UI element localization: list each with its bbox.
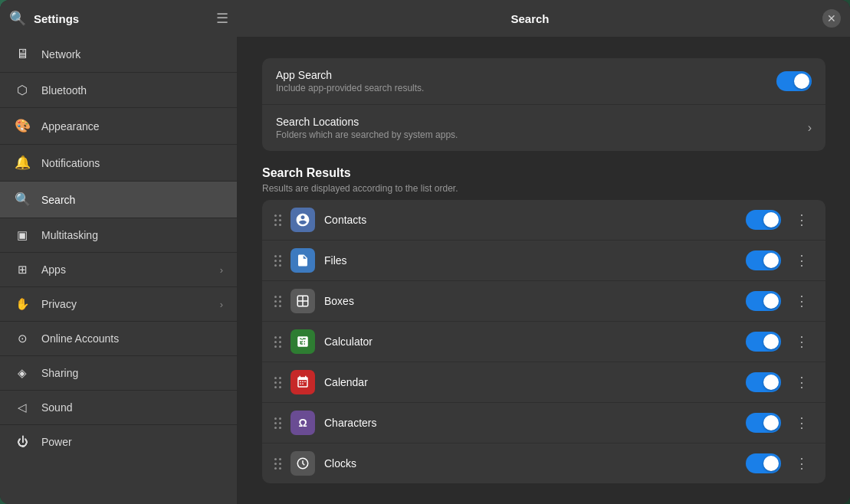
drag-handle-calendar[interactable]	[274, 377, 281, 388]
sidebar-item-bluetooth[interactable]: ⬡ Bluetooth	[0, 73, 237, 107]
clocks-label: Clocks	[324, 457, 737, 470]
bluetooth-icon: ⬡	[14, 83, 31, 97]
chevron-right-icon: ›	[220, 264, 223, 276]
chevron-right-icon: ›	[220, 299, 223, 310]
characters-toggle[interactable]	[746, 413, 781, 433]
sidebar-label-sound: Sound	[41, 401, 223, 414]
sidebar-label-power: Power	[41, 436, 223, 448]
contacts-label: Contacts	[324, 214, 737, 226]
apps-icon: ⊞	[14, 263, 31, 277]
sidebar-label-bluetooth: Bluetooth	[41, 84, 223, 97]
result-list: Contacts ⋮ Files ⋮	[262, 200, 825, 483]
appearance-icon: 🎨	[14, 118, 31, 134]
search-locations-label: Search Locations	[276, 116, 799, 128]
files-toggle[interactable]	[746, 250, 781, 270]
search-locations-row[interactable]: Search Locations Folders which are searc…	[262, 105, 825, 151]
drag-handle-files[interactable]	[274, 255, 281, 267]
sidebar-item-power[interactable]: ⏻ Power	[0, 425, 237, 458]
app-search-row: App Search Include app-provided search r…	[262, 58, 825, 105]
table-row: Calendar ⋮	[262, 362, 825, 403]
sidebar-item-sharing[interactable]: ◈ Sharing	[0, 356, 237, 390]
drag-handle-boxes[interactable]	[274, 296, 281, 307]
titlebar: 🔍 Settings ☰ Search ✕	[0, 0, 850, 37]
calculator-app-icon	[290, 329, 315, 354]
contacts-more-button[interactable]: ⋮	[790, 208, 813, 231]
contacts-app-icon	[290, 208, 315, 232]
sidebar-label-multitasking: Multitasking	[41, 229, 223, 241]
clocks-toggle[interactable]	[746, 453, 781, 473]
calendar-app-icon	[290, 370, 315, 394]
search-locations-text: Search Locations Folders which are searc…	[276, 116, 799, 140]
app-search-label: App Search	[276, 69, 767, 81]
calendar-more-button[interactable]: ⋮	[790, 371, 813, 394]
titlebar-left: 🔍 Settings ☰	[0, 10, 238, 27]
table-row: Contacts ⋮	[262, 200, 825, 241]
sharing-icon: ◈	[14, 366, 31, 380]
boxes-app-icon	[290, 289, 315, 313]
clocks-app-icon	[290, 451, 315, 476]
close-button[interactable]: ✕	[822, 9, 841, 28]
drag-handle-calculator[interactable]	[274, 336, 281, 348]
calculator-label: Calculator	[324, 335, 737, 348]
characters-label: Characters	[324, 417, 737, 429]
calculator-more-button[interactable]: ⋮	[790, 330, 813, 353]
table-row: Clocks ⋮	[262, 443, 825, 483]
sound-icon: ◁	[14, 401, 31, 414]
calculator-toggle[interactable]	[746, 332, 781, 352]
online-accounts-icon: ⊙	[14, 332, 31, 345]
files-more-button[interactable]: ⋮	[790, 249, 813, 272]
titlebar-right: ✕	[822, 9, 850, 28]
sidebar-label-privacy: Privacy	[41, 298, 209, 310]
app-search-toggle[interactable]	[776, 71, 812, 91]
search-icon: 🔍	[9, 10, 26, 27]
privacy-icon: ✋	[14, 297, 31, 311]
notifications-icon: 🔔	[14, 155, 31, 171]
boxes-toggle[interactable]	[746, 291, 781, 311]
drag-handle-characters[interactable]	[274, 417, 281, 429]
search-locations-sublabel: Folders which are searched by system app…	[276, 129, 799, 140]
sidebar-label-appearance: Appearance	[41, 120, 223, 133]
sidebar-item-notifications[interactable]: 🔔 Notifications	[0, 145, 237, 181]
network-icon: 🖥	[14, 47, 31, 62]
drag-handle-contacts[interactable]	[274, 214, 281, 226]
table-row: Files ⋮	[262, 241, 825, 281]
multitasking-icon: ▣	[14, 228, 31, 242]
sidebar-item-apps[interactable]: ⊞ Apps ›	[0, 253, 237, 286]
sidebar-item-online-accounts[interactable]: ⊙ Online Accounts	[0, 322, 237, 355]
settings-window: 🔍 Settings ☰ Search ✕ 🖥 Network ⬡ Blueto…	[0, 0, 850, 504]
boxes-more-button[interactable]: ⋮	[790, 290, 813, 313]
calendar-toggle[interactable]	[746, 372, 781, 392]
sidebar-item-appearance[interactable]: 🎨 Appearance	[0, 108, 237, 144]
app-search-text: App Search Include app-provided search r…	[276, 69, 767, 93]
sidebar-label-notifications: Notifications	[41, 157, 223, 169]
app-search-sublabel: Include app-provided search results.	[276, 83, 767, 93]
sidebar-label-online-accounts: Online Accounts	[41, 332, 223, 345]
table-row: Ω Characters ⋮	[262, 403, 825, 443]
content-area: 🖥 Network ⬡ Bluetooth 🎨 Appearance 🔔 Not…	[0, 37, 850, 504]
titlebar-center: Search	[238, 12, 822, 25]
search-nav-icon: 🔍	[14, 191, 31, 208]
sidebar-item-network[interactable]: 🖥 Network	[0, 37, 237, 72]
table-row: Boxes ⋮	[262, 281, 825, 322]
sidebar-item-search[interactable]: 🔍 Search	[0, 182, 237, 218]
main-content: App Search Include app-provided search r…	[238, 37, 850, 504]
search-locations-chevron: ›	[808, 121, 812, 135]
sidebar-label-sharing: Sharing	[41, 367, 223, 379]
clocks-more-button[interactable]: ⋮	[790, 452, 813, 475]
search-results-subtitle: Results are displayed according to the l…	[262, 183, 825, 194]
drag-handle-clocks[interactable]	[274, 458, 281, 470]
sidebar-label-search: Search	[41, 194, 223, 206]
files-app-icon	[290, 248, 315, 273]
contacts-toggle[interactable]	[746, 210, 781, 230]
power-icon: ⏻	[14, 435, 31, 448]
calendar-label: Calendar	[324, 376, 737, 388]
sidebar-label-apps: Apps	[41, 263, 209, 276]
characters-more-button[interactable]: ⋮	[790, 411, 813, 434]
sidebar-title: Settings	[34, 12, 79, 25]
sidebar-item-multitasking[interactable]: ▣ Multitasking	[0, 218, 237, 252]
sidebar: 🖥 Network ⬡ Bluetooth 🎨 Appearance 🔔 Not…	[0, 37, 238, 504]
sidebar-item-privacy[interactable]: ✋ Privacy ›	[0, 287, 237, 321]
sidebar-item-sound[interactable]: ◁ Sound	[0, 391, 237, 424]
table-row: Calculator ⋮	[262, 322, 825, 362]
menu-icon[interactable]: ☰	[216, 10, 228, 27]
